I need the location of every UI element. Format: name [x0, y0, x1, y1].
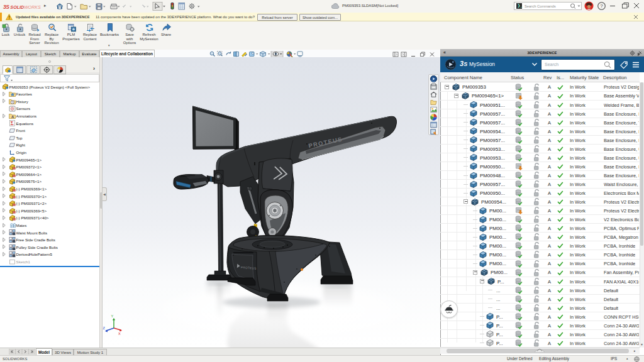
svg-text:X: X [118, 332, 121, 336]
svg-text:A: A [11, 115, 14, 119]
svg-text:Z: Z [103, 326, 106, 330]
svg-text:Σ: Σ [10, 121, 13, 126]
svg-text:?: ? [600, 3, 603, 9]
svg-text:Y: Y [111, 314, 114, 318]
